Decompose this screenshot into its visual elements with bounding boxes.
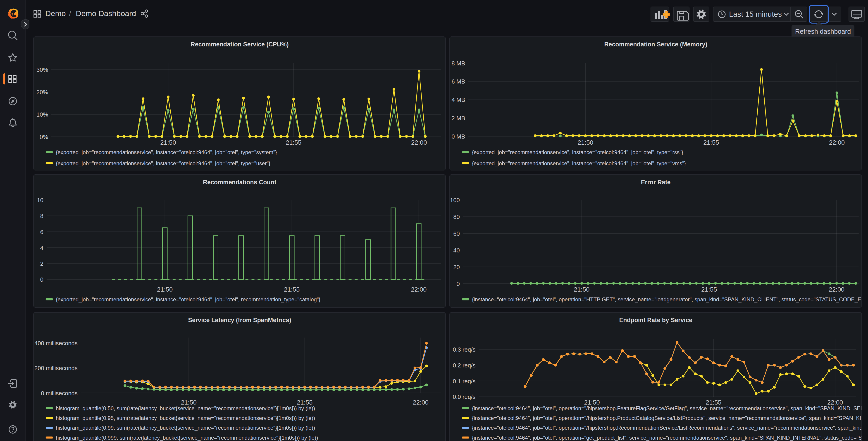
svg-text:22:00: 22:00: [827, 399, 843, 406]
svg-text:21:55: 21:55: [703, 139, 719, 146]
svg-text:22:00: 22:00: [829, 139, 845, 146]
svg-text:{exported_job="recommendations: {exported_job="recommendationservice", i…: [56, 296, 321, 302]
svg-text:21:55: 21:55: [297, 399, 313, 406]
svg-text:80: 80: [453, 214, 460, 220]
svg-text:histogram_quantile(0.50, sum(r: histogram_quantile(0.50, sum(rate(latenc…: [56, 405, 315, 411]
svg-text:21:50: 21:50: [578, 139, 593, 146]
svg-text:21:55: 21:55: [706, 399, 722, 406]
svg-text:{instance="otelcol:9464", job=: {instance="otelcol:9464", job="otel", op…: [472, 405, 862, 411]
svg-text:21:55: 21:55: [701, 286, 717, 293]
svg-text:22:00: 22:00: [411, 286, 427, 293]
svg-text:21:50: 21:50: [181, 399, 197, 406]
svg-text:{instance="otelcol:9464", job=: {instance="otelcol:9464", job="otel", op…: [472, 435, 862, 441]
svg-text:Recommendation Service (Memory: Recommendation Service (Memory): [604, 41, 707, 48]
svg-text:30%: 30%: [36, 66, 48, 73]
svg-text:histogram_quantile(0.999, sum(: histogram_quantile(0.999, sum(rate(laten…: [56, 435, 318, 441]
svg-text:Endpoint Rate by Service: Endpoint Rate by Service: [619, 317, 692, 324]
svg-text:Last 15 minutes: Last 15 minutes: [729, 10, 782, 18]
svg-text:0: 0: [40, 276, 43, 283]
svg-text:40: 40: [453, 247, 460, 254]
svg-text:4: 4: [40, 245, 43, 251]
svg-text:21:55: 21:55: [286, 139, 302, 146]
svg-text:{instance="otelcol:9464", job=: {instance="otelcol:9464", job="otel", op…: [472, 415, 862, 421]
svg-text:/: /: [69, 9, 71, 18]
svg-text:8: 8: [40, 213, 43, 219]
svg-text:10%: 10%: [36, 111, 48, 118]
svg-text:22:00: 22:00: [411, 139, 427, 146]
svg-text:22:00: 22:00: [829, 286, 844, 293]
svg-text:{exported_job="recommendations: {exported_job="recommendationservice", i…: [472, 160, 686, 167]
svg-text:21:55: 21:55: [284, 286, 300, 293]
svg-text:6: 6: [40, 229, 43, 235]
svg-text:6 MB: 6 MB: [452, 78, 465, 85]
svg-text:2: 2: [40, 261, 43, 267]
svg-text:{instance="otelcol:9464", job=: {instance="otelcol:9464", job="otel", op…: [472, 296, 862, 302]
svg-text:Service Latency (from SpanMetr: Service Latency (from SpanMetrics): [188, 317, 291, 324]
svg-text:{exported_job="recommendations: {exported_job="recommendationservice", i…: [56, 149, 277, 155]
svg-text:0 milliseconds: 0 milliseconds: [41, 390, 78, 396]
svg-text:0 MB: 0 MB: [452, 133, 465, 140]
svg-text:0.1 req/s: 0.1 req/s: [453, 378, 475, 384]
svg-text:histogram_quantile(0.99, sum(r: histogram_quantile(0.99, sum(rate(latenc…: [56, 425, 315, 431]
svg-text:200 milliseconds: 200 milliseconds: [34, 365, 78, 371]
svg-text:400 milliseconds: 400 milliseconds: [34, 340, 78, 346]
svg-text:0%: 0%: [40, 134, 48, 140]
svg-text:0.3 req/s: 0.3 req/s: [453, 346, 475, 353]
svg-text:20%: 20%: [36, 89, 48, 95]
svg-text:20: 20: [453, 264, 460, 270]
svg-text:{exported_job="recommendations: {exported_job="recommendationservice", i…: [56, 160, 271, 167]
svg-text:Error Rate: Error Rate: [641, 179, 671, 186]
svg-text:8 MB: 8 MB: [452, 60, 465, 66]
svg-text:100: 100: [450, 197, 460, 203]
svg-text:Recommendation Service (CPU%): Recommendation Service (CPU%): [190, 41, 288, 48]
svg-text:21:50: 21:50: [584, 399, 600, 406]
svg-text:Demo Dashboard: Demo Dashboard: [76, 9, 136, 18]
svg-text:10: 10: [37, 197, 43, 203]
svg-text:{exported_job="recommendations: {exported_job="recommendationservice", i…: [472, 149, 683, 155]
svg-text:Recommendations Count: Recommendations Count: [203, 179, 277, 186]
svg-text:histogram_quantile(0.95, sum(r: histogram_quantile(0.95, sum(rate(latenc…: [56, 415, 315, 421]
svg-text:{instance="otelcol:9464", job=: {instance="otelcol:9464", job="otel", op…: [472, 425, 862, 431]
svg-text:0: 0: [457, 281, 460, 287]
svg-text:0.0 req/s: 0.0 req/s: [453, 394, 475, 400]
svg-text:21:50: 21:50: [160, 139, 176, 146]
svg-text:60: 60: [453, 231, 460, 237]
svg-text:21:50: 21:50: [157, 286, 173, 293]
svg-text:21:50: 21:50: [574, 286, 590, 293]
svg-text:0.2 req/s: 0.2 req/s: [453, 362, 475, 369]
svg-text:2 MB: 2 MB: [452, 115, 465, 121]
svg-text:Demo: Demo: [45, 9, 66, 18]
svg-text:4 MB: 4 MB: [452, 97, 465, 103]
svg-text:22:00: 22:00: [413, 399, 429, 406]
